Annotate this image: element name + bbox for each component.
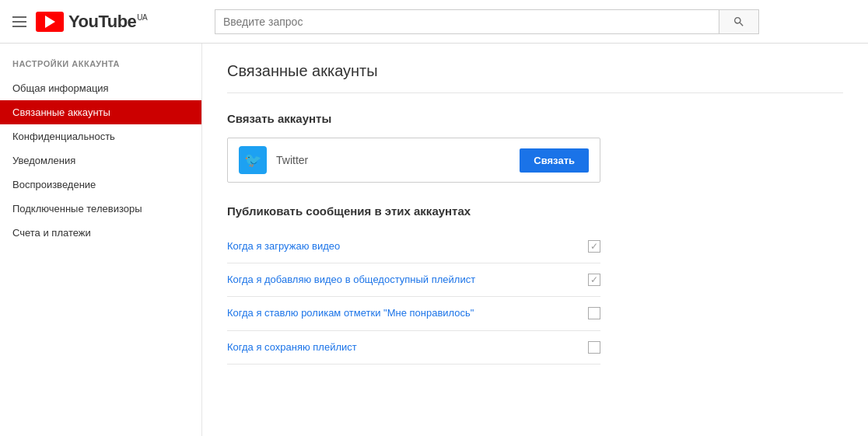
publish-section: Публиковать сообщения в этих аккаунтах К… (227, 204, 843, 364)
checkbox-label-upload[interactable]: Когда я загружаю видео (227, 239, 588, 253)
checkbox-wrap-upload: ✓ (588, 239, 600, 253)
checkmark-upload: ✓ (590, 242, 598, 251)
checkbox-row-upload: Когда я загружаю видео ✓ (227, 230, 600, 263)
twitter-icon-box: 🐦 (239, 146, 267, 174)
search-icon (733, 16, 745, 28)
twitter-label: Twitter (276, 154, 520, 166)
logo-container[interactable]: YouTubeUA (36, 12, 147, 32)
link-twitter-button[interactable]: Связать (520, 148, 589, 173)
page-title: Связанные аккаунты (227, 62, 843, 80)
search-button[interactable] (719, 9, 759, 34)
twitter-card: 🐦 Twitter Связать (227, 138, 600, 183)
sidebar-item-billing[interactable]: Счета и платежи (0, 221, 201, 245)
sidebar-section-title: НАСТРОЙКИ АККАУНТА (0, 59, 201, 76)
checkbox-wrap-save-playlist (588, 340, 600, 354)
sidebar-item-privacy[interactable]: Конфиденциальность (0, 124, 201, 148)
publish-section-title: Публиковать сообщения в этих аккаунтах (227, 204, 843, 218)
search-bar (215, 9, 759, 34)
youtube-wordmark: YouTubeUA (68, 12, 147, 32)
youtube-ua-suffix: UA (137, 13, 147, 22)
checkbox-wrap-playlist-add: ✓ (588, 273, 600, 286)
main-content: Связанные аккаунты Связать аккаунты 🐦 Tw… (202, 44, 868, 436)
checkbox-row-save-playlist: Когда я сохраняю плейлист (227, 331, 600, 364)
link-section-title: Связать аккаунты (227, 112, 843, 125)
sidebar: НАСТРОЙКИ АККАУНТА Общая информация Связ… (0, 44, 202, 436)
sidebar-item-linked-accounts[interactable]: Связанные аккаунты (0, 100, 201, 124)
title-divider (227, 92, 843, 93)
checkbox-wrap-like (588, 306, 600, 319)
header-left: YouTubeUA (12, 12, 215, 32)
checkbox-save-playlist[interactable] (588, 341, 600, 354)
hamburger-menu-icon[interactable] (12, 16, 26, 27)
header: YouTubeUA (0, 0, 868, 44)
youtube-logo (36, 12, 64, 32)
sidebar-item-playback[interactable]: Воспроизведение (0, 173, 201, 197)
checkbox-like[interactable] (588, 307, 600, 319)
sidebar-item-notifications[interactable]: Уведомления (0, 148, 201, 173)
checkbox-label-playlist-add[interactable]: Когда я добавляю видео в общедоступный п… (227, 273, 588, 287)
sidebar-item-tv[interactable]: Подключенные телевизоры (0, 197, 201, 221)
youtube-play-icon (45, 16, 55, 28)
checkbox-upload[interactable]: ✓ (588, 240, 600, 253)
twitter-bird-icon: 🐦 (244, 152, 261, 169)
checkmark-playlist-add: ✓ (590, 275, 598, 284)
checkbox-row-like: Когда я ставлю роликам отметки "Мне понр… (227, 297, 600, 330)
layout: НАСТРОЙКИ АККАУНТА Общая информация Связ… (0, 44, 868, 436)
checkbox-row-playlist-add: Когда я добавляю видео в общедоступный п… (227, 263, 600, 297)
sidebar-item-general[interactable]: Общая информация (0, 76, 201, 100)
checkbox-playlist-add[interactable]: ✓ (588, 274, 600, 286)
youtube-logo-box (36, 12, 64, 32)
search-input[interactable] (215, 9, 719, 34)
checkbox-label-save-playlist[interactable]: Когда я сохраняю плейлист (227, 340, 588, 354)
checkbox-label-like[interactable]: Когда я ставлю роликам отметки "Мне понр… (227, 306, 588, 320)
